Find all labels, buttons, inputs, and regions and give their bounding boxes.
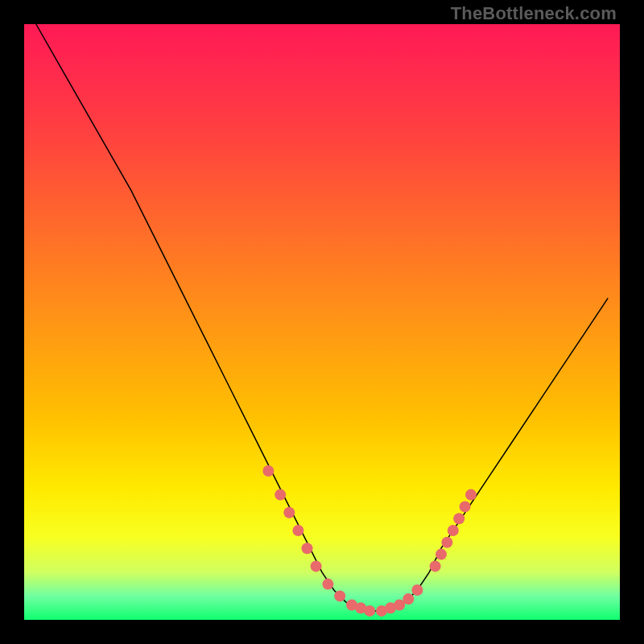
data-marker [465,489,477,501]
data-marker [460,501,471,512]
data-marker [262,465,274,477]
data-marker [411,584,423,596]
data-marker [302,543,313,554]
data-marker [453,513,464,524]
data-marker [402,593,414,605]
data-marker [322,579,333,590]
data-marker [334,590,345,601]
data-marker [430,560,441,572]
chart-svg [24,24,620,620]
marker-group [262,465,477,617]
watermark-text: TheBottleneck.com [451,3,617,24]
data-marker [448,525,459,536]
data-marker [292,525,303,536]
bottleneck-curve [36,24,608,611]
data-marker [436,549,447,560]
data-marker [364,605,375,617]
data-marker [441,537,452,548]
data-marker [275,489,286,501]
chart-frame: TheBottleneck.com [0,0,644,644]
plot-area [24,24,620,620]
data-marker [311,560,322,572]
data-marker [283,507,295,518]
